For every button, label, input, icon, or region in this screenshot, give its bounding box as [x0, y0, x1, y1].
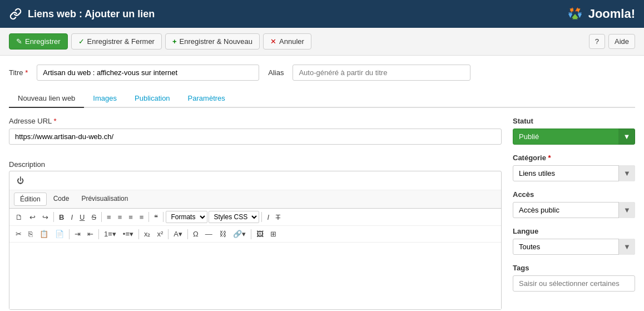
align-center-button[interactable]: ≡: [115, 211, 125, 223]
save-close-label: Enregistrer & Fermer: [87, 37, 155, 46]
statut-label: Statut: [513, 117, 635, 125]
help-text-button[interactable]: Aide: [608, 34, 635, 49]
sep11: [251, 229, 251, 239]
tab-nouveau-lien-web[interactable]: Nouveau lien web: [9, 90, 84, 108]
editor-container: ⏻ Édition Code Prévisualisation: [9, 171, 502, 310]
sep1: [53, 212, 54, 222]
ul-button[interactable]: •≡▾: [120, 228, 136, 240]
undo-button[interactable]: ↩: [27, 211, 38, 223]
alias-label: Alias: [268, 68, 284, 77]
langue-select-wrapper: Toutes ▼: [513, 239, 635, 255]
cancel-icon: ✕: [270, 37, 276, 46]
langue-field: Langue Toutes ▼: [513, 227, 635, 255]
tags-input[interactable]: [513, 275, 635, 292]
bold-button[interactable]: B: [56, 211, 67, 223]
check-icon: ✓: [78, 37, 85, 46]
table-button[interactable]: ⊞: [267, 228, 279, 240]
toolbar-left: ✎ Enregistrer ✓ Enregistrer & Fermer + E…: [9, 33, 311, 50]
new-doc-button[interactable]: 🗋: [13, 211, 26, 223]
editor-body[interactable]: [9, 243, 501, 309]
categorie-label: Catégorie *: [513, 154, 635, 162]
acces-label: Accès: [513, 190, 635, 199]
acces-select[interactable]: Accès public: [513, 202, 635, 218]
unlink-button[interactable]: ⛓: [216, 228, 229, 240]
url-input[interactable]: [9, 129, 502, 145]
url-label: Adresse URL *: [9, 117, 502, 125]
power-button[interactable]: ⏻: [14, 175, 27, 186]
categorie-field: Catégorie * Liens utiles ▼: [513, 154, 635, 181]
main-content: Titre * Alias Nouveau lien web Images Pu…: [0, 56, 644, 311]
plus-icon: +: [172, 37, 177, 46]
toolbar-right: ? Aide: [589, 34, 635, 49]
save-new-button[interactable]: + Enregistrer & Nouveau: [165, 33, 260, 50]
image-button[interactable]: 🖼: [254, 228, 266, 240]
joomla-logo-text: Joomla!: [588, 7, 635, 21]
paste-word-button[interactable]: 📄: [52, 228, 67, 240]
langue-label: Langue: [513, 227, 635, 235]
alias-input[interactable]: [293, 65, 470, 81]
save-icon: ✎: [16, 37, 22, 46]
save-button[interactable]: ✎ Enregistrer: [9, 33, 68, 50]
sep10: [187, 229, 188, 239]
align-left-button[interactable]: ≡: [104, 211, 114, 223]
ol-button[interactable]: 1≡▾: [101, 228, 119, 240]
strikethrough-button[interactable]: S: [88, 211, 99, 223]
title-input[interactable]: [37, 65, 259, 81]
tab-parametres[interactable]: Paramètres: [179, 90, 234, 108]
title-required: *: [25, 68, 28, 77]
cut-button[interactable]: ✂: [13, 228, 24, 240]
joomla-logo: Joomla!: [565, 4, 635, 24]
italic3-button[interactable]: I: [264, 211, 272, 223]
side-column: Statut Publié ▼ Catégorie * Liens utiles: [513, 117, 635, 310]
copy-button[interactable]: ⎘: [26, 228, 36, 240]
indent-less-button[interactable]: ⇤: [85, 228, 96, 240]
help-button[interactable]: ?: [589, 34, 605, 49]
tags-label: Tags: [513, 264, 635, 272]
editor-toolbar-row1: 🗋 ↩ ↪ B I U S ≡ ≡ ≡ ≡ ❝: [9, 209, 501, 226]
remove-format-button[interactable]: T̶: [273, 211, 283, 223]
save-new-label: Enregistrer & Nouveau: [180, 37, 253, 46]
link-button[interactable]: 🔗▾: [230, 228, 249, 240]
help-label: Aide: [615, 37, 629, 46]
paste-button[interactable]: 📋: [37, 228, 51, 240]
styles-select[interactable]: Styles CSS: [209, 211, 259, 223]
align-right-button[interactable]: ≡: [126, 211, 136, 223]
font-size-button[interactable]: A▾: [171, 228, 185, 240]
two-col-layout: Adresse URL * Description ⏻: [9, 117, 635, 310]
cancel-button[interactable]: ✕ Annuler: [263, 33, 311, 50]
editor-toolbar-row2: ✂ ⎘ 📋 📄 ⇥ ⇤ 1≡▾ •≡▾ x₂ x²: [9, 226, 501, 243]
omega-button[interactable]: Ω: [190, 228, 201, 240]
page-title: Liens web : Ajouter un lien: [28, 8, 155, 20]
question-icon: ?: [595, 37, 599, 46]
acces-select-wrapper: Accès public ▼: [513, 202, 635, 218]
blockquote-button[interactable]: ❝: [151, 211, 161, 223]
statut-select[interactable]: Publié: [513, 129, 635, 145]
editor-tab-code[interactable]: Code: [48, 192, 75, 206]
categorie-select[interactable]: Liens utiles: [513, 165, 635, 181]
title-label: Titre *: [9, 68, 28, 77]
tab-images[interactable]: Images: [84, 90, 126, 108]
sep2: [101, 212, 102, 222]
langue-select[interactable]: Toutes: [513, 239, 635, 255]
sep9: [168, 229, 169, 239]
url-field-container: Adresse URL *: [9, 117, 502, 151]
underline-button[interactable]: U: [77, 211, 87, 223]
link-icon: [9, 7, 22, 21]
subscript-button[interactable]: x₂: [141, 228, 153, 240]
sep6: [69, 229, 70, 239]
header-left: Liens web : Ajouter un lien: [9, 7, 155, 21]
tab-publication[interactable]: Publication: [126, 90, 179, 108]
indent-more-button[interactable]: ⇥: [72, 228, 83, 240]
editor-power-row: ⏻: [9, 171, 501, 190]
save-close-button[interactable]: ✓ Enregistrer & Fermer: [71, 33, 162, 50]
align-justify-button[interactable]: ≡: [137, 211, 147, 223]
editor-tab-edition[interactable]: Édition: [14, 192, 47, 206]
redo-button[interactable]: ↪: [39, 211, 51, 223]
editor-tab-preview[interactable]: Prévisualisation: [76, 192, 133, 206]
hr-button[interactable]: —: [202, 228, 215, 240]
italic-button[interactable]: I: [68, 211, 76, 223]
superscript-button[interactable]: x²: [154, 228, 166, 240]
title-row: Titre * Alias: [9, 65, 635, 81]
formats-select[interactable]: Formats: [166, 211, 207, 223]
sep4: [163, 212, 164, 222]
